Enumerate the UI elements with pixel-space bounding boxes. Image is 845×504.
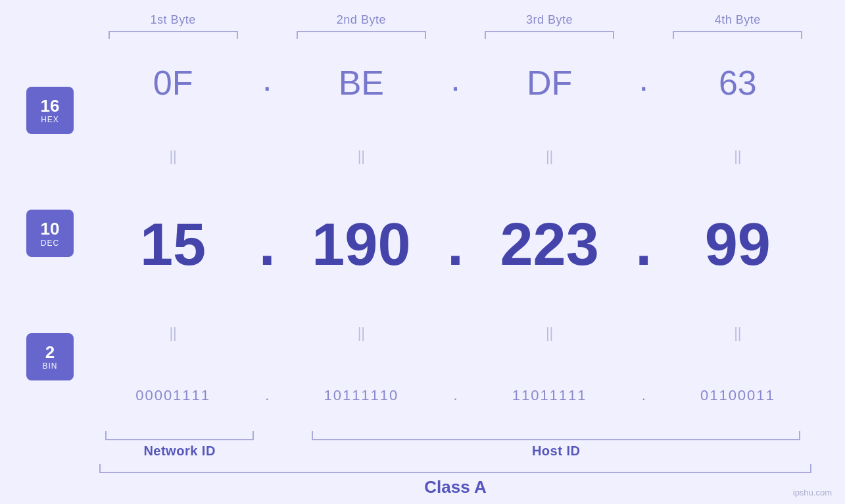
- hex-val-3: DF: [469, 63, 631, 103]
- network-id-bracket: [105, 431, 254, 440]
- main-container: 1st Byte 2nd Byte 3rd Byte 4th Byte 16 H…: [0, 0, 845, 504]
- bin-val-1: 00001111: [92, 387, 254, 404]
- dot-bin-1: .: [254, 387, 280, 404]
- hex-badge: 16 HEX: [26, 87, 74, 134]
- byte-label-1: 1st Byte: [151, 13, 196, 27]
- dot-hex-3: .: [631, 69, 657, 97]
- host-id-section: Host ID: [293, 431, 819, 459]
- dec-badge-base: DEC: [41, 239, 59, 248]
- dot-bin-3: .: [631, 387, 657, 404]
- dot-dec-3: .: [631, 211, 657, 279]
- bracket-top-3: [485, 31, 614, 39]
- dot-hex-1: .: [254, 69, 280, 97]
- bin-badge-number: 2: [45, 343, 55, 362]
- class-label: Class A: [424, 477, 486, 497]
- dec-badge-number: 10: [41, 219, 60, 239]
- dec-badge: 10 DEC: [26, 210, 74, 257]
- bin-badge: 2 BIN: [26, 333, 74, 380]
- watermark: ipshu.com: [793, 488, 832, 497]
- network-id-label: Network ID: [143, 444, 215, 459]
- byte-col-2: 2nd Byte: [280, 13, 442, 39]
- byte-col-1: 1st Byte: [92, 13, 254, 39]
- hex-badge-base: HEX: [41, 115, 59, 124]
- hex-val-4: 63: [657, 63, 819, 103]
- bracket-top-2: [297, 31, 426, 39]
- dot-hex-2: .: [443, 69, 469, 97]
- dot-dec-1: .: [254, 211, 280, 279]
- dec-val-3: 223: [469, 211, 631, 279]
- hex-val-2: BE: [280, 63, 442, 103]
- bracket-top-4: [673, 31, 802, 39]
- bin-val-4: 01100011: [657, 387, 819, 404]
- dot-dec-2: .: [443, 211, 469, 279]
- bin-val-2: 10111110: [280, 387, 442, 404]
- host-id-label: Host ID: [532, 444, 581, 459]
- byte-label-3: 3rd Byte: [526, 13, 573, 27]
- host-id-bracket: [312, 431, 800, 440]
- dot-bin-2: .: [443, 387, 469, 404]
- hex-badge-number: 16: [41, 97, 60, 116]
- class-bracket: [99, 464, 811, 473]
- dec-val-4: 99: [657, 211, 819, 279]
- badges-column: 16 HEX 10 DEC 2 BIN: [26, 39, 92, 428]
- class-section: Class A: [92, 464, 819, 497]
- bin-badge-base: BIN: [42, 361, 57, 371]
- network-id-section: Network ID: [92, 431, 267, 459]
- bin-val-3: 11011111: [469, 387, 631, 404]
- dec-val-1: 15: [92, 211, 254, 279]
- byte-label-2: 2nd Byte: [337, 13, 386, 27]
- bracket-top-1: [109, 31, 238, 39]
- byte-col-3: 3rd Byte: [469, 13, 631, 39]
- byte-col-4: 4th Byte: [657, 13, 819, 39]
- dec-val-2: 190: [280, 211, 442, 279]
- hex-val-1: 0F: [92, 63, 254, 103]
- bottom-brackets: Network ID Host ID: [92, 431, 819, 459]
- byte-label-4: 4th Byte: [715, 13, 761, 27]
